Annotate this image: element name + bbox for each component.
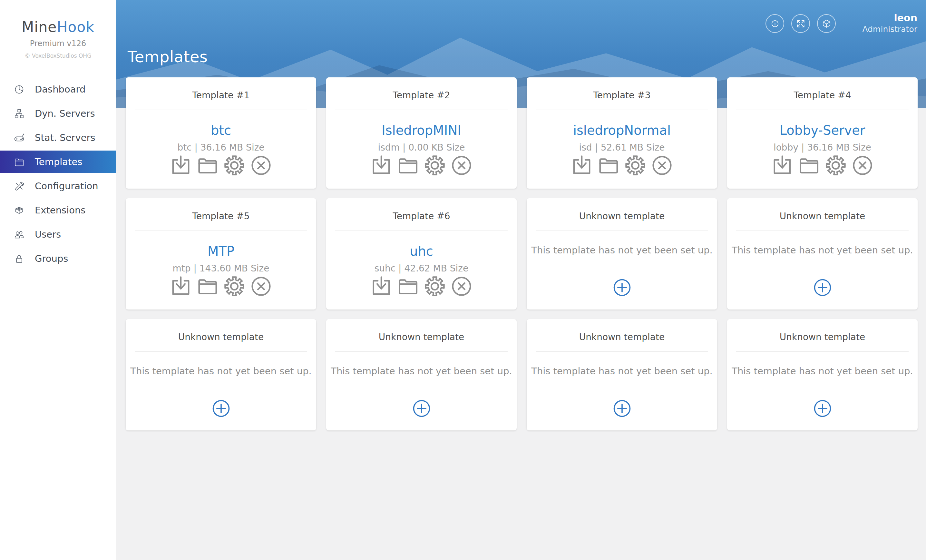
template-meta: isd | 52.61 MB Size — [527, 142, 717, 153]
add-template-button[interactable] — [412, 399, 431, 418]
sidebar-item-label: Templates — [35, 156, 82, 167]
download-button[interactable] — [371, 275, 392, 297]
browse-button[interactable] — [197, 155, 218, 176]
divider — [736, 110, 909, 110]
divider — [135, 110, 307, 110]
template-name-link[interactable]: MTP — [126, 244, 316, 259]
sidebar-item-configuration[interactable]: Configuration — [0, 175, 116, 197]
add-template-button[interactable] — [813, 399, 832, 418]
template-message: This template has not yet been set up. — [727, 245, 918, 256]
divider — [335, 110, 508, 110]
folder-icon — [197, 293, 218, 298]
browse-button[interactable] — [798, 155, 820, 176]
template-meta: mtp | 143.60 MB Size — [126, 263, 316, 274]
add-template-button[interactable] — [613, 399, 631, 418]
template-name-link[interactable]: uhc — [326, 244, 517, 259]
plus-circle-icon — [813, 293, 832, 298]
template-card-title: Unknown template — [727, 332, 918, 342]
sidebar-item-extensions[interactable]: Extensions — [0, 199, 116, 221]
settings-button[interactable] — [625, 155, 646, 176]
close-circle-icon — [451, 172, 472, 177]
template-name-link[interactable]: btc — [126, 123, 316, 138]
pie-chart-icon — [14, 84, 24, 95]
sidebar-nav-list: Dashboard Dyn. Servers Stat. Servers Tem… — [0, 78, 116, 271]
download-button[interactable] — [772, 155, 793, 176]
divider — [736, 351, 909, 352]
download-button[interactable] — [170, 155, 191, 176]
template-card: Template #6 uhc suhc | 42.62 MB Size — [326, 198, 517, 309]
browse-button[interactable] — [397, 155, 419, 176]
template-name-link[interactable]: IsledropMINI — [326, 123, 517, 138]
download-icon — [170, 172, 191, 177]
gear-icon — [424, 172, 445, 177]
fullscreen-button[interactable] — [791, 14, 810, 33]
divider — [135, 351, 307, 352]
settings-button[interactable] — [424, 275, 445, 297]
template-card-title: Template #3 — [527, 90, 717, 101]
template-actions — [126, 275, 316, 297]
remove-button[interactable] — [250, 155, 272, 176]
close-circle-icon — [250, 293, 272, 298]
sidebar-item-dyn-servers[interactable]: Dyn. Servers — [0, 102, 116, 125]
remove-button[interactable] — [852, 155, 873, 176]
template-card: Template #2 IsledropMINI isdm | 0.00 KB … — [326, 77, 517, 189]
add-template-button[interactable] — [813, 278, 832, 297]
gear-icon — [825, 172, 846, 177]
template-actions — [126, 155, 316, 176]
gear-icon — [625, 172, 646, 177]
settings-button[interactable] — [825, 155, 846, 176]
sidebar-item-stat-servers[interactable]: Stat. Servers — [0, 126, 116, 149]
settings-button[interactable] — [224, 275, 245, 297]
template-card-title: Template #5 — [126, 211, 316, 221]
add-template-button[interactable] — [212, 399, 230, 418]
template-message: This template has not yet been set up. — [727, 366, 918, 377]
add-template-button[interactable] — [613, 278, 631, 297]
browse-button[interactable] — [197, 275, 218, 297]
remove-button[interactable] — [451, 155, 472, 176]
close-circle-icon — [451, 293, 472, 298]
close-circle-icon — [852, 172, 873, 177]
close-circle-icon — [651, 172, 673, 177]
browse-button[interactable] — [397, 275, 419, 297]
sidebar-item-groups[interactable]: Groups — [0, 247, 116, 270]
browse-button[interactable] — [598, 155, 619, 176]
sidebar-item-label: Extensions — [35, 205, 85, 216]
template-name-link[interactable]: Lobby-Server — [727, 123, 918, 138]
template-actions — [527, 155, 717, 176]
template-card: Template #4 Lobby-Server lobby | 36.16 M… — [727, 77, 918, 189]
gear-icon — [224, 293, 245, 298]
sidebar-item-templates[interactable]: Templates — [0, 151, 116, 173]
divider — [536, 351, 708, 352]
download-icon — [371, 172, 392, 177]
info-button[interactable] — [766, 14, 784, 33]
folder-icon — [397, 293, 419, 298]
brick-icon — [14, 205, 24, 216]
page-title: Templates — [128, 48, 208, 66]
remove-button[interactable] — [451, 275, 472, 297]
user-role: Administrator — [862, 24, 917, 34]
template-message: This template has not yet been set up. — [527, 245, 717, 256]
download-button[interactable] — [571, 155, 592, 176]
template-card: Unknown template This template has not y… — [727, 198, 918, 309]
sidebar-item-label: Dyn. Servers — [35, 108, 95, 119]
template-message: This template has not yet been set up. — [126, 366, 316, 377]
sidebar-item-label: Dashboard — [35, 84, 85, 95]
download-button[interactable] — [371, 155, 392, 176]
settings-button[interactable] — [224, 155, 245, 176]
folder-icon — [598, 172, 619, 177]
template-card: Unknown template This template has not y… — [527, 198, 717, 309]
template-name-link[interactable]: isledropNormal — [527, 123, 717, 138]
app-copyright: © VoxelBoxStudios OHG — [0, 53, 116, 59]
download-button[interactable] — [170, 275, 191, 297]
remove-button[interactable] — [250, 275, 272, 297]
modules-button[interactable] — [817, 14, 836, 33]
template-card: Template #5 MTP mtp | 143.60 MB Size — [126, 198, 316, 309]
user-menu[interactable]: leon Administrator — [862, 12, 917, 34]
remove-button[interactable] — [651, 155, 673, 176]
plus-circle-icon — [613, 293, 631, 298]
sidebar-item-users[interactable]: Users — [0, 223, 116, 246]
folder-icon — [197, 172, 218, 177]
template-card-title: Template #2 — [326, 90, 517, 101]
sidebar-item-dashboard[interactable]: Dashboard — [0, 78, 116, 101]
settings-button[interactable] — [424, 155, 445, 176]
